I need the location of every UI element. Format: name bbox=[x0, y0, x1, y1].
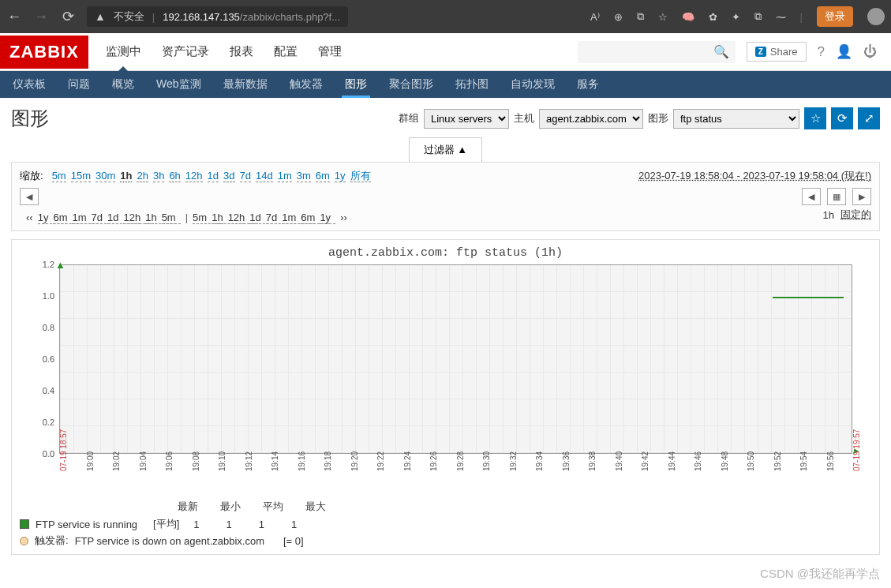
submenu-item[interactable]: 图形 bbox=[342, 71, 370, 98]
menu-item[interactable]: 报表 bbox=[228, 33, 255, 70]
submenu-item[interactable]: 自动发现 bbox=[507, 71, 558, 98]
graph-select[interactable]: ftp status bbox=[673, 109, 799, 129]
user-icon[interactable]: 👤 bbox=[836, 43, 852, 60]
menu-item[interactable]: 资产记录 bbox=[160, 33, 211, 70]
nav-link[interactable]: 1d bbox=[249, 212, 260, 224]
zabbix-logo[interactable]: ZABBIX bbox=[0, 36, 88, 69]
group-select[interactable]: Linux servers bbox=[424, 109, 509, 129]
zoom-link[interactable]: 1y bbox=[335, 170, 346, 182]
submenu-item[interactable]: Web监测 bbox=[153, 71, 204, 98]
trigger-swatch-icon bbox=[20, 537, 28, 545]
trigger-expr: [= 0] bbox=[283, 535, 304, 547]
time-range[interactable]: 2023-07-19 18:58:04 - 2023-07-19 19:58:0… bbox=[638, 169, 871, 183]
zoom-link[interactable]: 3h bbox=[153, 170, 164, 182]
read-aloud-icon[interactable]: A⁾ bbox=[590, 11, 600, 23]
zoom-link[interactable]: 1d bbox=[208, 170, 219, 182]
refresh-button[interactable]: ⟳ bbox=[60, 8, 76, 25]
login-button[interactable]: 登录 bbox=[817, 6, 853, 27]
menu-item[interactable]: 管理 bbox=[316, 33, 343, 70]
fixed-label[interactable]: 固定的 bbox=[840, 208, 871, 222]
nav-link[interactable]: 12h bbox=[228, 212, 245, 224]
main-menu: 监测中资产记录报表配置管理 bbox=[104, 33, 343, 70]
zoom-link[interactable]: 所有 bbox=[350, 170, 371, 182]
favorite-icon[interactable]: ☆ bbox=[658, 11, 668, 23]
submenu-item[interactable]: 概览 bbox=[109, 71, 137, 98]
nav-link[interactable]: 1y bbox=[38, 212, 49, 224]
submenu-item[interactable]: 仪表板 bbox=[9, 71, 49, 98]
host-select[interactable]: agent.zabbix.com bbox=[539, 109, 643, 129]
zoom-link[interactable]: 1m bbox=[278, 170, 292, 182]
heartbeat-icon[interactable]: ⁓ bbox=[776, 11, 786, 23]
menu-item[interactable]: 配置 bbox=[272, 33, 299, 70]
browser-toolbar: ← → ⟳ ▲ 不安全 | 192.168.147.135/zabbix/cha… bbox=[0, 0, 891, 33]
avatar-icon[interactable] bbox=[867, 8, 885, 25]
submenu-item[interactable]: 聚合图形 bbox=[386, 71, 436, 98]
favorite-button[interactable]: ☆ bbox=[804, 107, 826, 129]
back-button[interactable]: ← bbox=[6, 9, 22, 25]
nav-next-button[interactable]: ▶ bbox=[852, 188, 871, 205]
collections-icon[interactable]: ⧉ bbox=[637, 10, 644, 23]
nav-link[interactable]: 5m bbox=[162, 212, 176, 224]
legend-func: [平均] bbox=[153, 517, 179, 531]
zoom-link[interactable]: 3d bbox=[223, 170, 234, 182]
legend-swatch-icon bbox=[20, 519, 29, 529]
zoom-link[interactable]: 2h bbox=[137, 170, 148, 182]
trigger-text: FTP service is down on agent.zabbix.com bbox=[75, 535, 264, 547]
plot-area[interactable]: ▲ ▸ bbox=[59, 264, 852, 454]
submenu-item[interactable]: 触发器 bbox=[286, 71, 326, 98]
nav-link[interactable]: 7d bbox=[92, 212, 103, 224]
nav-link[interactable]: 5m bbox=[193, 212, 207, 224]
extensions-icon[interactable]: ✿ bbox=[709, 11, 717, 23]
share-button[interactable]: ZShare bbox=[747, 42, 807, 62]
favorites-bar-icon[interactable]: ✦ bbox=[732, 11, 740, 23]
group-label: 群组 bbox=[399, 111, 419, 125]
nav-cal-button[interactable]: ▦ bbox=[827, 188, 846, 205]
address-bar[interactable]: ▲ 不安全 | 192.168.147.135/zabbix/charts.ph… bbox=[87, 6, 348, 27]
help-icon[interactable]: ? bbox=[818, 44, 825, 60]
nav-link[interactable]: 1h bbox=[145, 212, 156, 224]
trigger-label: 触发器: bbox=[35, 534, 69, 548]
zoom-link[interactable]: 7d bbox=[240, 170, 251, 182]
nav-link[interactable]: 1y bbox=[320, 212, 331, 224]
nav-link[interactable]: 1m bbox=[282, 212, 296, 224]
tabs-icon[interactable]: ⧉ bbox=[754, 10, 762, 23]
menu-item[interactable]: 监测中 bbox=[104, 33, 143, 70]
zoom-link[interactable]: 6h bbox=[169, 170, 180, 182]
logout-icon[interactable]: ⏻ bbox=[863, 44, 877, 60]
search-input[interactable]: 🔍 bbox=[578, 41, 736, 63]
chart-container: agent.zabbix.com: ftp status (1h) ▲ ▸ 0.… bbox=[11, 239, 880, 555]
insecure-label: 不安全 bbox=[114, 9, 144, 24]
zoom-icon[interactable]: ⊕ bbox=[614, 11, 623, 23]
submenu-item[interactable]: 服务 bbox=[574, 71, 602, 98]
y-axis-arrow-icon: ▲ bbox=[55, 259, 66, 271]
brain-icon[interactable]: 🧠 bbox=[682, 11, 694, 23]
submenu-item[interactable]: 拓扑图 bbox=[452, 71, 492, 98]
submenu-item[interactable]: 最新数据 bbox=[220, 71, 271, 98]
nav-link[interactable]: 1h bbox=[212, 212, 223, 224]
zoom-link[interactable]: 30m bbox=[95, 170, 115, 182]
nav-link[interactable]: 1d bbox=[107, 212, 118, 224]
nav-first-button[interactable]: ◀ bbox=[802, 188, 821, 205]
warning-icon: ▲ bbox=[95, 10, 106, 23]
zoom-link[interactable]: 14d bbox=[256, 170, 273, 182]
refresh-graph-button[interactable]: ⟳ bbox=[831, 107, 853, 129]
nav-link[interactable]: 6m bbox=[53, 212, 67, 224]
nav-prev-button[interactable]: ◀ bbox=[20, 188, 39, 205]
zoom-link[interactable]: 15m bbox=[71, 170, 91, 182]
forward-button[interactable]: → bbox=[33, 9, 49, 25]
nav-link[interactable]: 6m bbox=[301, 212, 315, 224]
legend-series-name: FTP service is running bbox=[36, 519, 137, 530]
zoom-link[interactable]: 1h bbox=[120, 170, 132, 182]
nav-link[interactable]: 12h bbox=[123, 212, 140, 224]
filter-toggle[interactable]: 过滤器 ▲ bbox=[409, 137, 482, 162]
fullscreen-button[interactable]: ⤢ bbox=[858, 107, 880, 129]
search-icon: 🔍 bbox=[713, 44, 729, 59]
nav-link[interactable]: 7d bbox=[266, 212, 277, 224]
zoom-label: 缩放: bbox=[20, 169, 43, 183]
submenu-item[interactable]: 问题 bbox=[65, 71, 93, 98]
nav-link[interactable]: 1m bbox=[72, 212, 86, 224]
zoom-link[interactable]: 12h bbox=[185, 170, 203, 182]
zoom-link[interactable]: 6m bbox=[316, 170, 330, 182]
zoom-link[interactable]: 3m bbox=[297, 170, 311, 182]
zoom-link[interactable]: 5m bbox=[52, 170, 66, 182]
